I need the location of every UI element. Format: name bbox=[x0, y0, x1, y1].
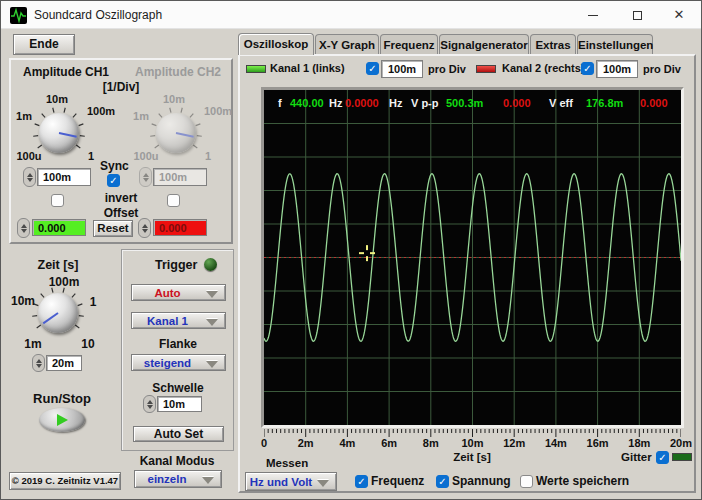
ch2-invert-checkbox[interactable] bbox=[167, 194, 180, 207]
offset-reset-button[interactable]: Reset bbox=[93, 220, 133, 237]
x-tick-label: 18m bbox=[628, 437, 650, 449]
veff-ch2-value: 0.000 bbox=[640, 97, 668, 109]
werte-speichern-checkbox[interactable] bbox=[520, 475, 533, 488]
time-field[interactable]: 20m bbox=[46, 355, 82, 371]
kanal-modus-label: Kanal Modus bbox=[140, 454, 215, 468]
knob-scale-label: 100u bbox=[133, 150, 158, 162]
ch2-amplitude-field[interactable]: 100m bbox=[153, 168, 207, 186]
amplitude-unit-label: [1/Div] bbox=[103, 80, 140, 94]
gitter-checkbox[interactable]: ✓ bbox=[656, 451, 669, 464]
ch1-per-div-label: pro Div bbox=[428, 63, 466, 75]
ch1-color-swatch bbox=[246, 65, 266, 73]
knob-scale-label: 1 bbox=[90, 295, 97, 309]
frequenz-checkbox[interactable]: ✓ bbox=[355, 475, 368, 488]
amplitude-panel: Amplitude CH1 Amplitude CH2 [1/Div] 10m … bbox=[9, 58, 233, 244]
play-icon bbox=[57, 414, 68, 426]
knob-scale-label: 10 bbox=[81, 337, 94, 351]
flanke-label: Flanke bbox=[159, 337, 197, 351]
trigger-mode-dropdown[interactable]: Auto bbox=[131, 284, 226, 301]
copyright-button[interactable]: © 2019 C. Zeitnitz V1.47 bbox=[9, 472, 121, 490]
messen-label: Messen bbox=[266, 457, 308, 469]
veff-label: V eff bbox=[549, 97, 573, 109]
messen-dropdown[interactable]: Hz und Volt bbox=[245, 472, 337, 491]
chevron-down-icon bbox=[206, 319, 218, 326]
ch2-offset-field[interactable]: 0.000 bbox=[153, 219, 207, 236]
titlebar[interactable]: Soundcard Oszillograph ✕ bbox=[1, 1, 701, 29]
ch2-offset-stepper[interactable] bbox=[138, 218, 151, 238]
schwelle-stepper[interactable] bbox=[143, 395, 156, 413]
tab-einstellungen[interactable]: Einstellungen bbox=[577, 34, 653, 55]
f-label: f bbox=[278, 97, 282, 109]
x-tick-label: 12m bbox=[503, 437, 525, 449]
ende-button[interactable]: Ende bbox=[13, 34, 75, 55]
knob-scale-label: 10m bbox=[46, 93, 68, 105]
vpp-label: V p-p bbox=[411, 97, 439, 109]
chevron-down-icon bbox=[317, 480, 329, 487]
schwelle-label: Schwelle bbox=[152, 381, 203, 395]
window-title: Soundcard Oszillograph bbox=[34, 8, 162, 22]
amplitude-ch1-knob[interactable] bbox=[39, 113, 79, 153]
x-tick-label: 6m bbox=[381, 437, 397, 449]
x-tick-label: 0 bbox=[261, 437, 267, 449]
tab-signalgenerator[interactable]: Signalgenerator bbox=[439, 34, 529, 55]
hz-label: Hz bbox=[329, 97, 342, 109]
ch1-legend-label: Kanal 1 (links) bbox=[270, 62, 345, 74]
f-ch2-value: 0.0000 bbox=[345, 97, 379, 109]
vpp-ch1-value: 500.3m bbox=[446, 97, 483, 109]
tab-xy-graph[interactable]: X-Y Graph bbox=[315, 34, 379, 55]
tab-frequenz[interactable]: Frequenz bbox=[380, 34, 438, 55]
spannung-checkbox[interactable]: ✓ bbox=[436, 475, 449, 488]
flanke-dropdown[interactable]: steigend bbox=[131, 354, 226, 371]
ch1-amplitude-field[interactable]: 100m bbox=[37, 168, 91, 186]
gitter-color-swatch[interactable] bbox=[672, 453, 692, 461]
x-tick-label: 4m bbox=[339, 437, 355, 449]
ch1-amplitude-stepper[interactable] bbox=[23, 167, 36, 187]
x-tick-label: 20m bbox=[670, 437, 692, 449]
ch2-per-div-field[interactable]: 100m bbox=[596, 60, 638, 78]
ch2-enable-checkbox[interactable]: ✓ bbox=[581, 62, 594, 75]
time-title: Zeit [s] bbox=[38, 258, 79, 272]
invert-label: invert bbox=[105, 191, 138, 205]
x-tick-label: 8m bbox=[423, 437, 439, 449]
werte-speichern-label: Werte speichern bbox=[536, 474, 629, 488]
x-tick-label: 10m bbox=[461, 437, 483, 449]
trigger-source-dropdown[interactable]: Kanal 1 bbox=[131, 312, 226, 329]
chevron-down-icon bbox=[206, 291, 218, 298]
maximize-icon[interactable] bbox=[617, 1, 657, 29]
knob-scale-label: 1 bbox=[88, 150, 94, 162]
x-axis-title: Zeit [s] bbox=[453, 451, 491, 463]
ch1-invert-checkbox[interactable] bbox=[51, 194, 64, 207]
knob-scale-label: 100m bbox=[204, 105, 232, 117]
ch1-offset-stepper[interactable] bbox=[17, 218, 30, 238]
x-tick-label: 14m bbox=[545, 437, 567, 449]
tab-extras[interactable]: Extras bbox=[530, 34, 576, 55]
run-stop-button[interactable] bbox=[39, 408, 85, 432]
kanal-modus-dropdown[interactable]: einzeln bbox=[134, 470, 222, 488]
spannung-label: Spannung bbox=[452, 474, 511, 488]
x-tick-label: 2m bbox=[298, 437, 314, 449]
minimize-icon[interactable] bbox=[573, 1, 613, 29]
close-icon[interactable]: ✕ bbox=[659, 1, 699, 29]
chevron-down-icon bbox=[202, 477, 214, 484]
trigger-title: Trigger bbox=[155, 258, 197, 272]
knob-scale-label: 100u bbox=[16, 150, 41, 162]
tab-oszilloskop[interactable]: Oszilloskop bbox=[238, 33, 314, 55]
scope-display[interactable]: f 440.00 Hz 0.0000 Hz V p-p 500.3m 0.000… bbox=[261, 87, 684, 428]
f-ch1-value: 440.00 bbox=[290, 97, 324, 109]
app-window: Soundcard Oszillograph ✕ Ende Oszillosko… bbox=[0, 0, 702, 500]
amplitude-ch1-title: Amplitude CH1 bbox=[23, 65, 109, 79]
ch2-amplitude-stepper[interactable] bbox=[139, 167, 152, 187]
app-icon bbox=[10, 7, 27, 24]
ch1-offset-field[interactable]: 0.000 bbox=[32, 219, 86, 236]
ch1-enable-checkbox[interactable]: ✓ bbox=[366, 62, 379, 75]
time-knob[interactable] bbox=[38, 293, 78, 333]
ch1-per-div-field[interactable]: 100m bbox=[381, 60, 423, 78]
amplitude-ch2-knob[interactable] bbox=[156, 113, 196, 153]
time-stepper[interactable] bbox=[32, 354, 45, 372]
chevron-down-icon bbox=[206, 361, 218, 368]
knob-scale-label: 1m bbox=[133, 110, 149, 122]
sync-checkbox[interactable]: ✓ bbox=[107, 174, 120, 187]
schwelle-field[interactable]: 10m bbox=[157, 396, 202, 412]
veff-ch1-value: 176.8m bbox=[586, 97, 623, 109]
auto-set-button[interactable]: Auto Set bbox=[133, 426, 224, 442]
